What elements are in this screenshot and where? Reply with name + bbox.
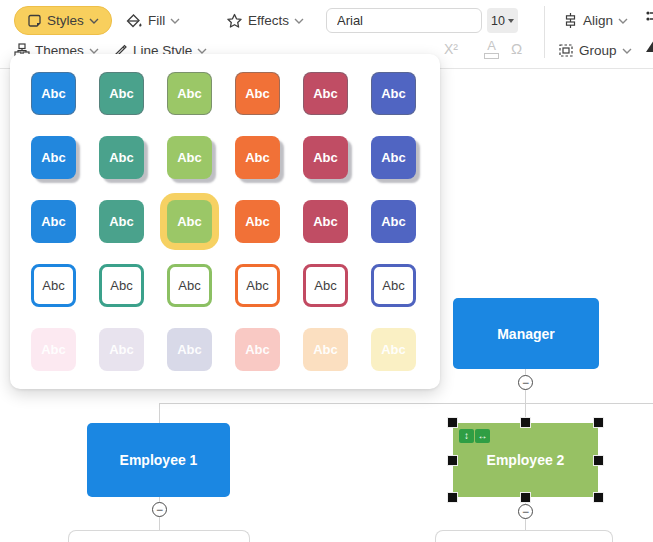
- style-swatch-r1-c5[interactable]: Abc: [303, 72, 348, 115]
- partial-child-node-left[interactable]: [68, 530, 250, 542]
- style-swatch-r3-c6[interactable]: Abc: [371, 200, 416, 243]
- chevron-down-icon: [622, 48, 632, 54]
- style-swatch-r1-c6[interactable]: Abc: [371, 72, 416, 115]
- chevron-down-icon: [170, 18, 180, 24]
- font-size-select[interactable]: 10: [487, 8, 518, 33]
- style-swatch-label: Abc: [109, 342, 134, 357]
- node-label: Manager: [497, 326, 555, 342]
- caret-down-icon: [508, 19, 514, 23]
- collapse-toggle-employee1[interactable]: −: [152, 502, 167, 517]
- chevron-down-icon: [89, 18, 99, 24]
- style-swatch-label: Abc: [109, 150, 134, 165]
- style-swatch-label: Abc: [382, 278, 404, 293]
- style-swatch-r2-c4[interactable]: Abc: [235, 136, 280, 179]
- fill-button[interactable]: Fill: [126, 7, 180, 34]
- selection-handle-se[interactable]: [593, 492, 604, 503]
- node-label: Employee 1: [120, 452, 198, 468]
- style-swatch-r1-c1[interactable]: Abc: [31, 72, 76, 115]
- font-color-glyph: A: [487, 38, 496, 53]
- effects-button[interactable]: Effects: [226, 7, 304, 34]
- style-swatch-r1-c3[interactable]: Abc: [167, 72, 212, 115]
- selection-handle-nw[interactable]: [447, 417, 458, 428]
- style-swatch-r4-c3[interactable]: Abc: [167, 264, 212, 307]
- style-swatch-label: Abc: [177, 342, 202, 357]
- style-swatch-label: Abc: [314, 278, 336, 293]
- selection-handle-w[interactable]: [447, 455, 458, 466]
- clipped-toolbar-icon-bottom[interactable]: [645, 38, 653, 54]
- style-swatch-r4-c5[interactable]: Abc: [303, 264, 348, 307]
- effects-star-icon: [226, 13, 243, 29]
- style-swatch-label: Abc: [245, 86, 270, 101]
- node-wrapper-employee-1: Employee 1: [87, 423, 230, 497]
- style-swatch-r3-c2[interactable]: Abc: [99, 200, 144, 243]
- chevron-down-icon: [294, 18, 304, 24]
- fill-icon: [126, 13, 143, 29]
- selection-handle-s[interactable]: [520, 492, 531, 503]
- style-swatch-r5-c2[interactable]: Abc: [99, 328, 144, 371]
- resize-vertical-badge[interactable]: ↕: [459, 429, 474, 443]
- selection-handle-n[interactable]: [520, 417, 531, 428]
- style-swatch-r3-c5[interactable]: Abc: [303, 200, 348, 243]
- style-swatch-r3-c4[interactable]: Abc: [235, 200, 280, 243]
- style-swatch-label: Abc: [313, 86, 338, 101]
- style-swatch-r2-c6[interactable]: Abc: [371, 136, 416, 179]
- font-size-value: 10: [491, 14, 505, 28]
- style-swatch-label: Abc: [42, 278, 64, 293]
- selection-handle-ne[interactable]: [593, 417, 604, 428]
- style-swatch-r4-c6[interactable]: Abc: [371, 264, 416, 307]
- style-swatch-label: Abc: [245, 342, 270, 357]
- style-swatch-label: Abc: [245, 214, 270, 229]
- align-button[interactable]: Align: [563, 7, 628, 34]
- connector-branch-line: [159, 403, 653, 404]
- style-swatch-r1-c4[interactable]: Abc: [235, 72, 280, 115]
- node-manager[interactable]: Manager: [453, 298, 599, 369]
- effects-button-label: Effects: [248, 13, 289, 28]
- style-swatch-label: Abc: [177, 86, 202, 101]
- style-swatch-r5-c3[interactable]: Abc: [167, 328, 212, 371]
- font-family-input[interactable]: [326, 8, 482, 33]
- style-swatch-r5-c6[interactable]: Abc: [371, 328, 416, 371]
- resize-horizontal-badge[interactable]: ↔: [475, 429, 490, 443]
- style-swatch-r5-c1[interactable]: Abc: [31, 328, 76, 371]
- align-icon: [563, 13, 578, 28]
- node-label: Employee 2: [487, 452, 565, 468]
- styles-button[interactable]: Styles: [14, 6, 112, 35]
- font-color-icon[interactable]: A: [484, 38, 499, 59]
- style-swatch-label: Abc: [41, 214, 66, 229]
- style-swatch-r4-c1[interactable]: Abc: [31, 264, 76, 307]
- partial-child-node-right[interactable]: [435, 530, 613, 542]
- style-swatch-r2-c2[interactable]: Abc: [99, 136, 144, 179]
- node-employee-1[interactable]: Employee 1: [87, 423, 230, 497]
- group-button[interactable]: Group: [558, 37, 632, 64]
- style-swatch-label: Abc: [313, 150, 338, 165]
- style-swatch-r5-c4[interactable]: Abc: [235, 328, 280, 371]
- omega-icon[interactable]: Ω: [511, 40, 522, 57]
- style-swatch-r3-c1[interactable]: Abc: [31, 200, 76, 243]
- style-swatch-r5-c5[interactable]: Abc: [303, 328, 348, 371]
- superscript-icon[interactable]: X²: [444, 41, 458, 57]
- style-swatch-label: Abc: [110, 278, 132, 293]
- style-swatch-label: Abc: [381, 214, 406, 229]
- style-swatch-r2-c5[interactable]: Abc: [303, 136, 348, 179]
- style-swatch-r2-c3[interactable]: Abc: [167, 136, 212, 179]
- style-swatch-r4-c4[interactable]: Abc: [235, 264, 280, 307]
- font-color-bar: [484, 53, 499, 59]
- style-swatch-r2-c1[interactable]: Abc: [31, 136, 76, 179]
- collapse-toggle-manager[interactable]: −: [518, 375, 533, 390]
- chevron-down-icon: [618, 18, 628, 24]
- style-swatch-r1-c2[interactable]: Abc: [99, 72, 144, 115]
- style-swatch-label: Abc: [381, 342, 406, 357]
- style-swatch-r4-c2[interactable]: Abc: [99, 264, 144, 307]
- selection-handle-e[interactable]: [593, 455, 604, 466]
- style-swatch-label: Abc: [246, 278, 268, 293]
- toolbar-separator: [544, 6, 545, 58]
- style-swatch-r3-c3[interactable]: Abc: [167, 200, 212, 243]
- clipped-toolbar-icon-top[interactable]: [645, 10, 653, 26]
- collapse-toggle-employee2[interactable]: −: [518, 504, 533, 519]
- selection-handle-sw[interactable]: [447, 492, 458, 503]
- node-wrapper-manager: Manager: [453, 298, 599, 369]
- style-swatch-label: Abc: [313, 214, 338, 229]
- chevron-down-icon: [89, 48, 99, 54]
- styles-button-label: Styles: [47, 13, 84, 28]
- fill-button-label: Fill: [148, 13, 165, 28]
